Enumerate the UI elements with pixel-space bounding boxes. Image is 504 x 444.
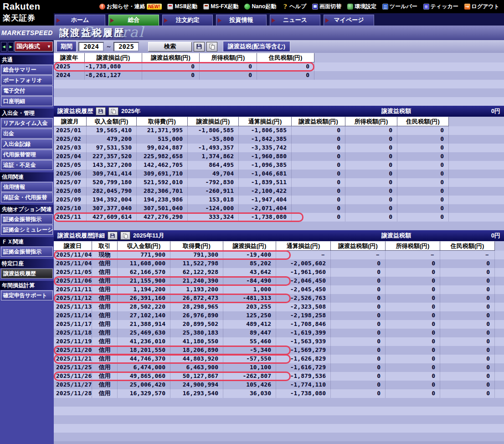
table-row[interactable]: 2025/11/11信用1,194,2001,193,2001,000-2,04… bbox=[54, 285, 504, 294]
tab-マイページ[interactable]: マイページ bbox=[324, 15, 374, 26]
forward-arrow-button[interactable]: ▶ bbox=[8, 42, 14, 52]
table-cell: -1,096,385 bbox=[239, 161, 292, 170]
table-row[interactable]: 2025/11/19信用41,236,01041,180,55055,460-1… bbox=[54, 337, 504, 346]
table-row[interactable]: 2025/11/05信用62,166,57062,122,92843,642-1… bbox=[54, 268, 504, 277]
save-button[interactable] bbox=[108, 232, 118, 240]
table-row[interactable]: 2024-8,261,127000 bbox=[54, 71, 504, 80]
sidebar-section-header: 入出金・管理 bbox=[0, 108, 54, 118]
menu-item[interactable]: 画面切替 bbox=[312, 3, 341, 10]
menu-item[interactable]: ツールバー bbox=[382, 3, 417, 10]
table-cell: -2,100,422 bbox=[239, 187, 292, 196]
table-row[interactable]: 2025/11/18信用25,469,63025,380,18389,447-1… bbox=[54, 329, 504, 337]
table-row[interactable]: 2025/11/04信用11,608,00011,522,79885,202-2… bbox=[54, 259, 504, 268]
sidebar-section-header: ＦＸ関連 bbox=[0, 237, 54, 246]
table-row[interactable]: 2025/04227,357,520225,982,6581,374,862-1… bbox=[54, 152, 504, 161]
table-row[interactable]: 2025/11/28信用16,329,57016,293,54036,030-1… bbox=[54, 389, 504, 398]
search-button[interactable]: 検索 bbox=[148, 42, 192, 52]
column-header: 収入金額(円) bbox=[87, 117, 137, 126]
menu-item[interactable]: お知らせ・連絡NEW! bbox=[99, 3, 162, 10]
table-cell: 153,018 bbox=[188, 196, 239, 204]
sidebar-item[interactable]: ポートフォリオ bbox=[1, 75, 53, 85]
menu-item[interactable]: MS-FX起動 bbox=[203, 3, 238, 10]
table-cell: 0 bbox=[345, 135, 397, 144]
table-row[interactable]: 2025/09194,392,004194,238,986153,018-1,9… bbox=[54, 196, 504, 204]
table-row[interactable]: 2025/0119,565,41021,371,995-1,806,585-1,… bbox=[54, 126, 504, 135]
menu-item[interactable]: ログアウト bbox=[464, 3, 499, 10]
table-cell: 0 bbox=[345, 213, 397, 222]
table-row[interactable]: 2025/11/13信用28,502,22028,298,965203,255-… bbox=[54, 303, 504, 311]
sidebar-item[interactable]: リアルタイム入金 bbox=[1, 118, 53, 128]
dividend-tax-button[interactable]: 譲渡益税(配当等含む) bbox=[223, 41, 290, 52]
table-row[interactable]: 2025/0397,531,53099,024,887-1,493,357-3,… bbox=[54, 144, 504, 152]
table-row[interactable]: 2025/11427,609,614427,276,290333,324-1,7… bbox=[54, 213, 504, 222]
table-row[interactable]: 2025/02479,200515,000-35,800-1,842,38500… bbox=[54, 135, 504, 144]
sidebar-item[interactable]: 証拠金振替指示 bbox=[1, 247, 53, 257]
table-cell: 515,000 bbox=[137, 135, 188, 144]
table-cell: 282,045,790 bbox=[87, 187, 137, 196]
menu-item[interactable]: MSⅡ起動 bbox=[167, 3, 197, 10]
table-cell: － bbox=[331, 251, 386, 259]
menu-item[interactable]: ヘルプ bbox=[282, 3, 306, 10]
table-cell: 0 bbox=[331, 259, 386, 268]
table-row[interactable]: 2025/11/12信用26,391,16026,872,473-481,313… bbox=[54, 294, 504, 303]
year-from-input[interactable] bbox=[78, 42, 104, 52]
table-cell: -792,830 bbox=[188, 178, 239, 187]
tab-ホーム[interactable]: ホーム bbox=[55, 15, 105, 26]
sidebar-item[interactable]: 確定申告サポート bbox=[1, 290, 53, 300]
table-row[interactable]: 2025/11/27信用25,006,42024,900,994105,426-… bbox=[54, 381, 504, 389]
table-row[interactable]: 2025/11/14信用27,102,14026,976,890125,250-… bbox=[54, 311, 504, 320]
table-row[interactable]: 2025-1,738,080000 bbox=[54, 62, 504, 71]
table-row[interactable]: 2025/11/25信用6,474,0006,463,90010,100-1,6… bbox=[54, 363, 504, 372]
sidebar-item[interactable]: 譲渡益税履歴 bbox=[1, 268, 53, 279]
copy-button[interactable] bbox=[108, 107, 118, 115]
table-cell: 0 bbox=[142, 62, 200, 71]
sidebar-section-header: 年間損益計算 bbox=[0, 281, 54, 290]
sidebar-item[interactable]: 総合サマリー bbox=[1, 65, 53, 75]
menu-item-label: Nano起動 bbox=[252, 3, 276, 10]
table-cell: 49,704 bbox=[188, 170, 239, 178]
sidebar-item[interactable]: 証拠金振替指示 bbox=[1, 214, 53, 224]
sidebar-item[interactable]: 証拠金シミュレーション bbox=[1, 225, 53, 235]
tab-総合[interactable]: 総合 bbox=[108, 15, 159, 26]
table-row[interactable]: 2025/07520,799,180521,592,010-792,830-1,… bbox=[54, 178, 504, 187]
back-arrow-button[interactable]: ◀ bbox=[1, 42, 7, 52]
sidebar-item[interactable]: 口座明細 bbox=[1, 96, 53, 106]
table-row[interactable]: 2025/10307,377,040307,501,040-124,000-2,… bbox=[54, 204, 504, 213]
table-row[interactable]: 2025/11/21信用44,746,37044,803,920-57,550-… bbox=[54, 355, 504, 363]
table-row[interactable]: 2025/11/26信用49,865,06050,127,867-262,807… bbox=[54, 372, 504, 381]
sidebar-section-header: 信用関連 bbox=[0, 172, 54, 181]
tab-注文約定[interactable]: 注文約定 bbox=[162, 15, 213, 26]
save-button[interactable] bbox=[194, 42, 205, 52]
period-separator: ～ bbox=[106, 42, 112, 51]
table-cell: 信用 bbox=[92, 329, 118, 337]
table-row[interactable]: 2025/05143,327,200142,462,705864,495-1,0… bbox=[54, 161, 504, 170]
copy-button[interactable] bbox=[206, 42, 217, 52]
menu-item[interactable]: Nano起動 bbox=[244, 3, 276, 10]
save-button[interactable] bbox=[96, 107, 106, 115]
sidebar-item[interactable]: 追証・不足金 bbox=[1, 160, 53, 170]
table-row[interactable]: 2025/06309,741,414309,691,71049,704-1,04… bbox=[54, 170, 504, 178]
market-select-dropdown[interactable]: 国内株式 ▼ bbox=[15, 41, 53, 52]
sidebar-item[interactable]: 出金 bbox=[1, 129, 53, 139]
tab-投資情報[interactable]: 投資情報 bbox=[216, 15, 267, 26]
sidebar-item[interactable]: 信用情報 bbox=[1, 182, 53, 192]
menu-item[interactable]: ティッカー bbox=[423, 3, 458, 10]
table-row[interactable]: 2025/08282,045,790282,306,701-260,911-2,… bbox=[54, 187, 504, 196]
sidebar-item[interactable]: 保証金・代用振替 bbox=[1, 192, 53, 202]
sidebar-item[interactable]: 入出金記録 bbox=[1, 139, 53, 149]
menu-item[interactable]: 環境設定 bbox=[347, 3, 376, 10]
year-to-input[interactable] bbox=[113, 42, 139, 52]
table-row[interactable]: 2025/11/04現物771,900791,300-19,400－－－－ bbox=[54, 251, 504, 259]
table-cell: 62,166,570 bbox=[118, 268, 170, 277]
sidebar-item[interactable]: 代用振替管理 bbox=[1, 150, 53, 160]
table-row[interactable]: 2025/11/17信用21,388,91420,899,502489,412-… bbox=[54, 320, 504, 329]
table-cell: -1,806,585 bbox=[188, 126, 239, 135]
copy-button[interactable] bbox=[120, 232, 130, 240]
table-cell: － bbox=[276, 251, 331, 259]
table-row[interactable]: 2025/11/20信用18,201,55018,206,890-5,340-1… bbox=[54, 346, 504, 355]
table-cell: 89,447 bbox=[223, 329, 276, 337]
table-row[interactable]: 2025/11/06信用21,155,90021,240,390-84,490-… bbox=[54, 277, 504, 285]
sidebar-item[interactable]: 電子交付 bbox=[1, 86, 53, 96]
tab-ニュース[interactable]: ニュース bbox=[270, 15, 320, 26]
table-cell: 0 bbox=[397, 126, 449, 135]
